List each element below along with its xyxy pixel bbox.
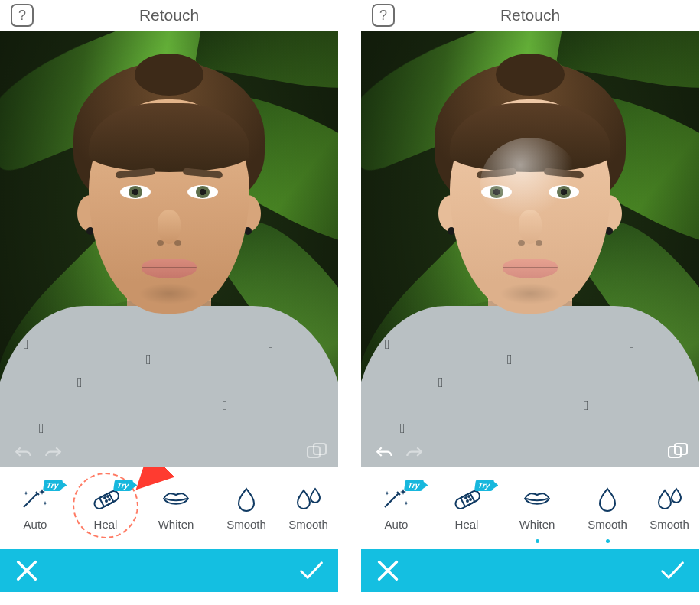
droplet-icon — [591, 486, 623, 512]
page-title: Retouch — [361, 6, 699, 24]
svg-point-15 — [470, 499, 471, 500]
tool-label: Auto — [385, 518, 409, 531]
droplet-icon — [230, 486, 262, 512]
try-badge: Try — [474, 480, 494, 491]
tool-whiten[interactable]: Whiten — [502, 467, 572, 549]
tool-label: Smooth — [288, 518, 328, 531]
lips-icon — [160, 486, 192, 512]
bandaid-icon: Try — [451, 486, 483, 512]
tool-strip[interactable]: Try Auto Try Heal — [0, 467, 338, 549]
help-icon: ? — [18, 8, 26, 24]
tool-smooth[interactable]: Smooth — [572, 467, 643, 549]
action-bar — [0, 549, 338, 592]
try-badge: Try — [113, 480, 133, 491]
help-button[interactable]: ? — [11, 4, 34, 27]
tool-strip[interactable]: Try Auto Try Heal — [361, 467, 699, 549]
tool-smooth-overflow[interactable]: Smooth — [282, 467, 335, 549]
photo-canvas[interactable]: 𓅮 𓅯 𓅮 𓅯 𓅮 𓅯 — [0, 31, 338, 467]
cancel-button[interactable] — [14, 558, 40, 584]
tool-label: Smooth — [226, 518, 266, 531]
tool-whiten[interactable]: Whiten — [141, 467, 211, 549]
svg-point-5 — [107, 496, 109, 497]
tool-heal[interactable]: Try Heal — [431, 467, 502, 549]
svg-point-7 — [109, 499, 110, 500]
active-indicator-dot — [606, 539, 610, 543]
top-bar: ? Retouch — [0, 0, 338, 31]
help-icon: ? — [379, 8, 387, 24]
active-indicator-dot — [536, 539, 539, 543]
tool-smooth-overflow[interactable]: Smooth — [643, 467, 696, 549]
droplets-icon — [292, 486, 324, 512]
tool-label: Smooth — [588, 518, 627, 531]
bandaid-icon: Try — [90, 486, 122, 512]
svg-point-14 — [467, 500, 468, 502]
wand-sparkle-icon: Try — [19, 486, 51, 512]
tool-label: Heal — [94, 518, 118, 531]
tool-label: Whiten — [519, 518, 555, 531]
tool-label: Smooth — [650, 518, 689, 531]
screen-after: ? Retouch 𓅮 𓅯 𓅮 𓅯 𓅮 𓅯 — [361, 0, 699, 605]
wand-sparkle-icon: Try — [380, 486, 412, 512]
try-badge: Try — [404, 480, 424, 491]
confirm-button[interactable] — [659, 558, 685, 584]
tool-label: Heal — [455, 518, 479, 531]
compare-button[interactable] — [667, 442, 689, 460]
svg-point-6 — [106, 500, 107, 502]
redo-button[interactable] — [43, 445, 63, 459]
tool-label: Whiten — [158, 518, 194, 531]
photo-canvas[interactable]: 𓅮 𓅯 𓅮 𓅯 𓅮 𓅯 — [361, 31, 699, 467]
svg-point-13 — [468, 496, 470, 497]
compare-button[interactable] — [306, 442, 327, 460]
try-badge: Try — [43, 480, 63, 491]
help-button[interactable]: ? — [372, 4, 395, 27]
undo-button[interactable] — [14, 445, 34, 459]
top-bar: ? Retouch — [361, 0, 699, 31]
svg-point-12 — [465, 497, 467, 499]
lips-icon — [521, 486, 553, 512]
portrait-subject-retouched: 𓅮 𓅯 𓅮 𓅯 𓅮 𓅯 — [361, 31, 699, 467]
confirm-button[interactable] — [298, 558, 324, 584]
tool-auto[interactable]: Try Auto — [0, 467, 70, 549]
cancel-button[interactable] — [375, 558, 401, 584]
redo-button[interactable] — [404, 445, 424, 459]
undo-button[interactable] — [375, 445, 395, 459]
screen-before: ? Retouch 𓅮 𓅯 𓅮 𓅯 𓅮 𓅯 — [0, 0, 338, 605]
portrait-subject: 𓅮 𓅯 𓅮 𓅯 𓅮 𓅯 — [0, 31, 338, 467]
tool-heal[interactable]: Try Heal — [70, 467, 141, 549]
droplets-icon — [653, 486, 685, 512]
svg-point-4 — [104, 497, 106, 499]
page-title: Retouch — [0, 6, 338, 24]
tool-auto[interactable]: Try Auto — [361, 467, 431, 549]
action-bar — [361, 549, 699, 592]
tool-smooth[interactable]: Smooth — [211, 467, 282, 549]
tool-label: Auto — [24, 518, 47, 531]
